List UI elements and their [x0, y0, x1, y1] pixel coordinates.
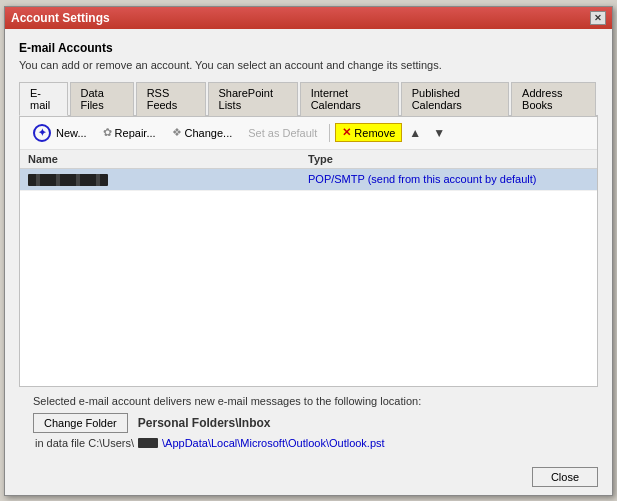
repair-icon: ✿	[103, 126, 112, 139]
folder-name: Personal Folders\Inbox	[138, 416, 271, 430]
tab-address-books[interactable]: Address Books	[511, 82, 596, 116]
tab-internet-calendars[interactable]: Internet Calendars	[300, 82, 399, 116]
tab-email[interactable]: E-mail	[19, 82, 68, 116]
table-body: POP/SMTP (send from this account by defa…	[20, 169, 597, 386]
new-label: New...	[56, 127, 87, 139]
remove-label: Remove	[354, 127, 395, 139]
table-row[interactable]: POP/SMTP (send from this account by defa…	[20, 169, 597, 191]
repair-label: Repair...	[115, 127, 156, 139]
close-button[interactable]: Close	[532, 467, 598, 487]
tab-published-calendars[interactable]: Published Calendars	[401, 82, 509, 116]
footer-actions: Change Folder Personal Folders\Inbox	[33, 413, 584, 433]
footer-info-text: Selected e-mail account delivers new e-m…	[33, 395, 584, 407]
change-label: Change...	[185, 127, 233, 139]
file-path-suffix: \AppData\Local\Microsoft\Outlook\Outlook…	[162, 437, 385, 449]
title-bar-controls: ✕	[590, 11, 606, 25]
move-up-button[interactable]: ▲	[404, 123, 426, 143]
remove-x-icon: ✕	[342, 126, 351, 139]
redacted-name	[28, 174, 108, 186]
tab-bar: E-mail Data Files RSS Feeds SharePoint L…	[19, 81, 598, 117]
section-title: E-mail Accounts	[19, 41, 598, 55]
tab-data-files[interactable]: Data Files	[70, 82, 134, 116]
tab-rss-feeds[interactable]: RSS Feeds	[136, 82, 206, 116]
set-default-label: Set as Default	[248, 127, 317, 139]
window-title: Account Settings	[11, 11, 110, 25]
tab-content-email: ✦ New... ✿ Repair... ❖ Change... Set as …	[19, 117, 598, 387]
account-name-cell	[28, 173, 308, 186]
window-footer: Close	[5, 461, 612, 495]
new-icon: ✦	[33, 124, 51, 142]
change-folder-button[interactable]: Change Folder	[33, 413, 128, 433]
new-button[interactable]: ✦ New...	[26, 121, 94, 145]
table-header: Name Type	[20, 150, 597, 169]
change-button[interactable]: ❖ Change...	[165, 123, 240, 142]
remove-button[interactable]: ✕ Remove	[335, 123, 402, 142]
move-down-button[interactable]: ▼	[428, 123, 450, 143]
set-default-button[interactable]: Set as Default	[241, 124, 324, 142]
window-close-button[interactable]: ✕	[590, 11, 606, 25]
file-path-prefix: in data file C:\Users\	[35, 437, 134, 449]
toolbar: ✦ New... ✿ Repair... ❖ Change... Set as …	[20, 117, 597, 150]
repair-button[interactable]: ✿ Repair...	[96, 123, 163, 142]
account-type-cell: POP/SMTP (send from this account by defa…	[308, 173, 589, 186]
account-settings-window: Account Settings ✕ E-mail Accounts You c…	[4, 6, 613, 496]
path-redacted	[138, 438, 158, 448]
change-icon: ❖	[172, 126, 182, 139]
col-name-header: Name	[28, 153, 308, 165]
footer-info: Selected e-mail account delivers new e-m…	[19, 387, 598, 453]
section-description: You can add or remove an account. You ca…	[19, 59, 598, 71]
window-content: E-mail Accounts You can add or remove an…	[5, 29, 612, 461]
file-path: in data file C:\Users\\AppData\Local\Mic…	[33, 437, 584, 449]
toolbar-separator	[329, 124, 330, 142]
account-table: Name Type POP/SMTP (send from this accou…	[20, 150, 597, 386]
tab-sharepoint-lists[interactable]: SharePoint Lists	[208, 82, 298, 116]
col-type-header: Type	[308, 153, 589, 165]
title-bar: Account Settings ✕	[5, 7, 612, 29]
